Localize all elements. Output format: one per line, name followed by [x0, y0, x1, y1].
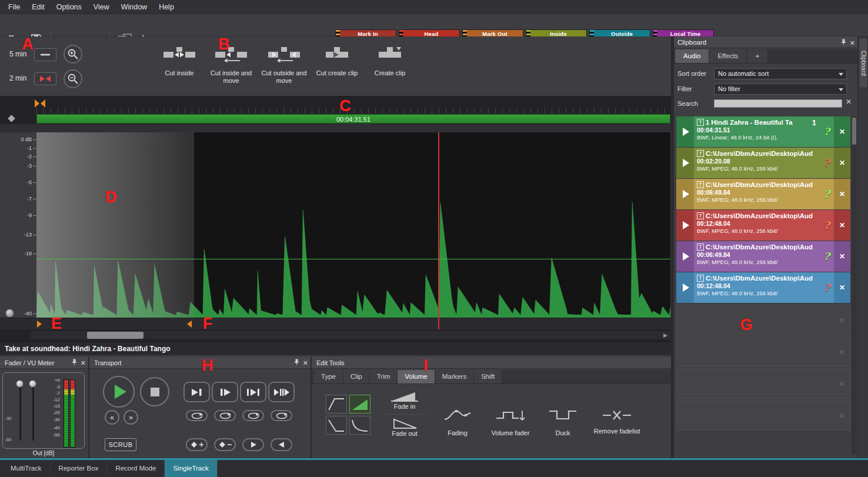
- zoom-preset-2min[interactable]: 2 min: [9, 74, 26, 82]
- remove-button[interactable]: ✕: [834, 241, 850, 272]
- zoom-in-button[interactable]: [64, 45, 82, 64]
- back-small-button[interactable]: [271, 438, 292, 451]
- view-tab-reporter-box[interactable]: Reporter Box: [51, 460, 108, 477]
- remove-button[interactable]: ✕: [834, 116, 850, 147]
- pin-icon[interactable]: [72, 359, 77, 367]
- waveform-display[interactable]: [36, 132, 670, 318]
- tab-trim[interactable]: Trim: [370, 370, 398, 383]
- play-button[interactable]: [676, 116, 694, 147]
- play-button[interactable]: [676, 179, 694, 209]
- close-icon[interactable]: ✕: [81, 359, 86, 367]
- clipboard-item[interactable]: TC:\Users\DbmAzure\Desktop\Aud00:06:49.8…: [676, 179, 850, 209]
- menu-item-view[interactable]: View: [88, 1, 115, 13]
- help-button[interactable]: ?: [820, 241, 834, 272]
- view-tab-record-mode[interactable]: Record Mode: [107, 460, 165, 477]
- play-button[interactable]: [676, 272, 694, 303]
- clipboard-item[interactable]: TC:\Users\DbmAzure\Desktop\Aud00:12:48.0…: [676, 272, 850, 303]
- timeline-ruler[interactable]: [0, 96, 671, 114]
- scrub-button[interactable]: SCRUB: [105, 438, 136, 451]
- mark-in-flag-icon[interactable]: [37, 321, 42, 328]
- fade-out-curve-icon[interactable]: [349, 416, 370, 435]
- tab-shift[interactable]: Shift: [474, 370, 502, 383]
- remove-marker-button[interactable]: [214, 438, 236, 451]
- clipboard-item[interactable]: TC:\Users\DbmAzure\Desktop\Aud00:12:48.0…: [676, 210, 850, 241]
- menu-item-help[interactable]: Help: [153, 1, 180, 13]
- fader-knob-left[interactable]: [16, 380, 24, 388]
- volume-fader-button[interactable]: Volume fader: [483, 391, 538, 453]
- stop-button[interactable]: [140, 377, 169, 406]
- tab-markers[interactable]: Markers: [435, 370, 475, 383]
- level-knob[interactable]: [5, 309, 14, 318]
- remove-button[interactable]: ✕: [834, 272, 850, 303]
- cut-create-clip-button[interactable]: Cut create clip: [312, 41, 362, 93]
- remove-button[interactable]: ✕: [834, 179, 850, 209]
- duck-button[interactable]: Duck: [540, 391, 586, 453]
- cut-inside-button[interactable]: Cut inside: [154, 41, 205, 93]
- scrollbar-track[interactable]: [31, 331, 670, 339]
- menu-item-edit[interactable]: Edit: [26, 1, 51, 13]
- fading-button[interactable]: Fading: [436, 391, 479, 453]
- help-button[interactable]: ?: [820, 210, 834, 241]
- fader-track-right[interactable]: [32, 384, 34, 441]
- play-around-head-button[interactable]: [268, 382, 295, 402]
- clipboard-side-tab[interactable]: Clipboard: [859, 38, 868, 88]
- play-button[interactable]: [676, 241, 694, 272]
- loop-button[interactable]: [214, 410, 236, 421]
- scrollbar-thumb[interactable]: [852, 118, 856, 145]
- clipboard-item[interactable]: T1Hindi Zahra - Beautiful Ta100:04:31.51…: [676, 116, 850, 147]
- fade-in-steep-icon[interactable]: [326, 395, 347, 413]
- create-clip-button[interactable]: Create clip: [365, 41, 415, 93]
- fade-in-filled-icon[interactable]: [349, 395, 370, 413]
- zoom-to-marks-button[interactable]: [34, 72, 56, 85]
- remove-button[interactable]: ✕: [834, 210, 850, 241]
- tab-type[interactable]: Type: [314, 370, 343, 383]
- menu-item-file[interactable]: File: [2, 1, 26, 13]
- fader-knob-right[interactable]: [29, 380, 36, 388]
- clipboard-item[interactable]: TC:\Users\DbmAzure\Desktop\Aud00:06:49.8…: [676, 241, 850, 272]
- menu-item-options[interactable]: Options: [51, 1, 88, 13]
- pin-icon[interactable]: [294, 359, 299, 367]
- help-button[interactable]: ?: [820, 116, 834, 147]
- zoom-preset-5min[interactable]: 5 min: [9, 50, 26, 58]
- clipboard-item[interactable]: TC:\Users\DbmAzure\Desktop\Aud00:02:20.0…: [676, 148, 850, 178]
- previous-take-button[interactable]: «: [105, 410, 119, 425]
- fade-out-steep-icon[interactable]: [326, 416, 347, 435]
- loop-button[interactable]: [271, 410, 292, 421]
- play-button[interactable]: [676, 210, 694, 241]
- view-tab-multitrack[interactable]: MultiTrack: [2, 460, 51, 477]
- cut-outside-and-move-button[interactable]: Cut outside and move: [259, 41, 309, 93]
- play-small-button[interactable]: [242, 438, 264, 451]
- marker-strip[interactable]: [0, 318, 671, 329]
- take-progress-bar[interactable]: 00:04:31.51: [36, 114, 670, 124]
- selection-region[interactable]: [36, 132, 194, 318]
- scroll-right-icon[interactable]: ▶: [663, 332, 667, 338]
- clipboard-scrollbar[interactable]: [852, 116, 857, 455]
- zoom-out-button[interactable]: [64, 69, 82, 88]
- menu-item-window[interactable]: Window: [115, 1, 153, 13]
- play-to-out-button[interactable]: [183, 382, 210, 402]
- next-take-button[interactable]: »: [123, 410, 138, 425]
- tab-clip[interactable]: Clip: [343, 370, 370, 383]
- playhead-cursor[interactable]: [438, 132, 439, 318]
- help-button[interactable]: ?: [820, 148, 834, 178]
- horizontal-scrollbar[interactable]: ◀ ▶: [0, 329, 671, 342]
- view-tab-singletrack[interactable]: SingleTrack: [165, 460, 217, 477]
- close-icon[interactable]: ✕: [303, 359, 308, 367]
- mark-range-icon[interactable]: [34, 99, 46, 108]
- remove-button[interactable]: ✕: [834, 148, 850, 178]
- loop-button[interactable]: [186, 410, 208, 421]
- help-button[interactable]: ?: [820, 179, 834, 209]
- play-from-in-button[interactable]: [212, 382, 238, 402]
- remove-fadelist-button[interactable]: Remove fadelist: [592, 391, 642, 453]
- tab-volume[interactable]: Volume: [398, 370, 435, 383]
- fade-out-button[interactable]: Fade out: [381, 415, 428, 441]
- scrollbar-thumb[interactable]: [87, 332, 143, 339]
- cut-inside-and-move-button[interactable]: Cut inside and move: [206, 41, 256, 93]
- play-button[interactable]: [103, 376, 135, 408]
- mark-out-flag-icon[interactable]: [187, 321, 192, 328]
- fade-in-button[interactable]: Fade in: [381, 388, 428, 415]
- add-marker-button[interactable]: [186, 438, 208, 451]
- marker-diamond-icon[interactable]: [8, 115, 15, 122]
- help-button[interactable]: ?: [820, 272, 834, 303]
- fader-track-left[interactable]: [19, 384, 21, 441]
